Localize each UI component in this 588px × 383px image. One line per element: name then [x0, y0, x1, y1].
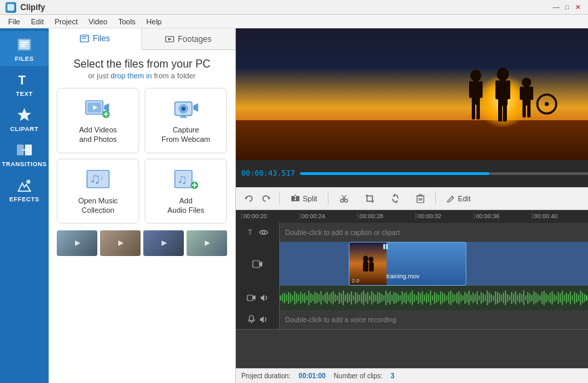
split-button[interactable]: Split	[285, 191, 322, 206]
recent-thumb-1[interactable]	[57, 230, 97, 256]
sidebar: FILES T TEXT CLIPART	[0, 28, 49, 383]
tab-footages[interactable]: Footages	[142, 28, 235, 49]
add-audio-label: AddAudio Files	[168, 196, 204, 215]
voice-volume-icon[interactable]	[258, 315, 268, 324]
add-videos-icon	[84, 97, 112, 121]
recent-thumb-3[interactable]	[143, 230, 184, 256]
svg-marker-38	[205, 240, 210, 246]
svg-rect-26	[180, 117, 187, 118]
audio-track[interactable]	[280, 286, 588, 310]
files-subtitle: or just drop them in from a folder	[57, 72, 227, 80]
capture-webcam-icon	[172, 97, 199, 121]
app-title: Clipify	[20, 3, 45, 12]
split-label: Split	[303, 195, 317, 203]
add-audio-button[interactable]: ♫ AddAudio Files	[145, 159, 227, 224]
sidebar-item-clipart[interactable]: CLIPART	[0, 101, 49, 136]
menu-project[interactable]: Project	[49, 16, 83, 27]
add-videos-button[interactable]: Add Videosand Photos	[57, 88, 139, 153]
recent-thumb-2[interactable]	[100, 230, 141, 256]
duration-value: 00:01:00	[299, 372, 326, 380]
tab-files[interactable]: Files	[49, 28, 142, 50]
files-tab-icon	[80, 34, 89, 43]
edit-label: Edit	[458, 195, 470, 203]
svg-rect-88	[363, 261, 368, 272]
audio-cam-icon[interactable]	[247, 294, 256, 302]
clips-label: Number of clips:	[334, 372, 383, 380]
preview-panel: 00:00:43.517 16:	[236, 28, 588, 187]
open-music-button[interactable]: ♫ ♪ Open MusicCollection	[57, 159, 139, 224]
sidebar-item-files[interactable]: FILES	[0, 31, 49, 66]
menu-video[interactable]: Video	[83, 16, 113, 27]
effects-icon	[15, 176, 34, 195]
audio-track-row	[236, 286, 588, 311]
capture-webcam-button[interactable]: CaptureFrom Webcam	[145, 88, 227, 153]
cut-button[interactable]	[334, 191, 354, 206]
menu-bar: File Edit Project Video Tools Help	[0, 15, 588, 28]
status-bar: Project duration: 00:01:00 Number of cli…	[236, 368, 588, 383]
close-button[interactable]: ✕	[573, 3, 583, 12]
svg-rect-94	[247, 295, 253, 301]
recent-thumb-4[interactable]	[187, 230, 227, 256]
ruler-mark-0: 00:00:20	[241, 213, 299, 220]
progress-bar[interactable]	[300, 172, 588, 175]
svg-point-85	[262, 231, 265, 234]
svg-point-39	[470, 70, 481, 82]
divider-2	[328, 192, 328, 205]
sidebar-item-effects[interactable]: EFFECTS	[0, 172, 49, 207]
sidebar-label-files: FILES	[15, 55, 34, 62]
open-music-icon: ♫ ♪	[84, 168, 112, 192]
toolbar: Split Edit CREATE VIDEO	[236, 187, 588, 210]
sidebar-item-transitions[interactable]: TRANSITIONS	[0, 136, 49, 172]
ruler-mark-1: 00:00:24	[299, 213, 358, 220]
minimize-button[interactable]: —	[552, 3, 561, 12]
preview-video	[236, 28, 588, 160]
video-track-icon[interactable]	[252, 259, 263, 269]
main-layout: FILES T TEXT CLIPART	[0, 28, 588, 383]
redo-button[interactable]	[259, 191, 274, 206]
video-clip-1[interactable]: 2.0 training.mov	[349, 242, 466, 286]
sidebar-label-clipart: CLIPART	[10, 126, 39, 132]
svg-rect-55	[522, 104, 526, 118]
video-track: 2.0 training.mov	[280, 242, 588, 286]
svg-rect-53	[520, 86, 523, 100]
delete-button[interactable]	[411, 191, 430, 206]
text-icon: T	[15, 70, 34, 89]
svg-marker-98	[260, 316, 264, 323]
mic-icon[interactable]	[247, 315, 255, 324]
footages-tab-icon	[165, 34, 174, 44]
svg-rect-49	[498, 104, 502, 122]
sidebar-item-text[interactable]: T TEXT	[0, 66, 49, 101]
svg-rect-3	[20, 42, 28, 43]
svg-rect-50	[503, 104, 507, 122]
menu-help[interactable]: Help	[141, 16, 168, 27]
caption-text-icon[interactable]: T	[247, 228, 256, 237]
svg-rect-4	[20, 44, 27, 45]
files-content: Select the files from your PC or just dr…	[49, 50, 235, 383]
rotate-button[interactable]	[385, 191, 406, 206]
crop-button[interactable]	[360, 191, 380, 206]
menu-edit[interactable]: Edit	[26, 16, 49, 27]
svg-point-87	[363, 255, 368, 261]
edit-button[interactable]: Edit	[441, 192, 476, 205]
maximize-button[interactable]: □	[562, 3, 572, 12]
caption-track[interactable]: Double-click to add a caption or clipart	[280, 223, 588, 242]
ruler-mark-5: 00:00:40	[532, 213, 588, 220]
caption-controls: T	[236, 223, 280, 242]
menu-file[interactable]: File	[3, 16, 26, 27]
timeline-tracks: T Double-click to add a caption or clipa…	[236, 224, 588, 330]
voice-track[interactable]: Double-click to add a voice recording	[280, 310, 588, 329]
capture-webcam-label: CaptureFrom Webcam	[162, 125, 210, 145]
window-controls[interactable]: — □ ✕	[552, 3, 583, 12]
sidebar-label-effects: EFFECTS	[9, 196, 40, 203]
divider-3	[435, 192, 436, 205]
ruler-mark-2: 00:00:28	[358, 213, 416, 220]
svg-rect-48	[506, 80, 510, 99]
audio-volume-icon[interactable]	[259, 294, 268, 302]
menu-tools[interactable]: Tools	[113, 16, 141, 27]
svg-marker-37	[162, 240, 167, 246]
video-controls-panel	[236, 242, 280, 286]
voice-controls	[236, 310, 280, 329]
undo-button[interactable]	[241, 191, 256, 206]
video-controls: 00:00:43.517 16:	[236, 160, 588, 187]
caption-eye-icon[interactable]	[259, 228, 268, 236]
